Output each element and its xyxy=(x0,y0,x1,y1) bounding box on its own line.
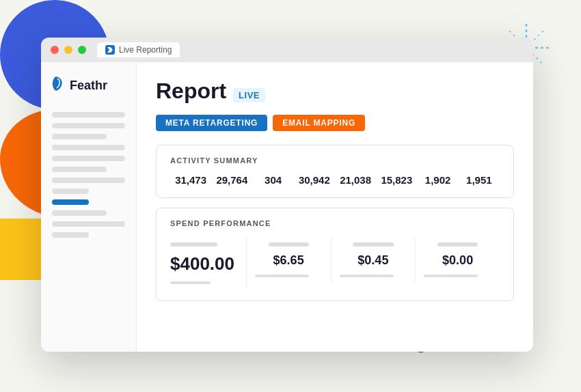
spend-metric-1: $6.65 xyxy=(247,237,332,283)
tab-label: Live Reporting xyxy=(119,45,172,55)
meta-retargeting-button[interactable]: META RETARGETING xyxy=(156,115,267,131)
activity-value-4: 21,038 xyxy=(340,174,371,186)
browser-titlebar: Live Reporting xyxy=(41,38,533,62)
browser-tab[interactable]: Live Reporting xyxy=(97,42,180,57)
browser-window: Live Reporting Feathr xyxy=(41,38,533,352)
dot-green xyxy=(78,46,86,54)
report-title: Report xyxy=(156,79,226,104)
spend-value-1: $6.65 xyxy=(273,253,304,267)
spend-performance-label: SPEND PERFORMANCE xyxy=(170,219,500,227)
sidebar-line-6 xyxy=(52,167,107,172)
spend-value-3: $0.00 xyxy=(442,253,473,267)
activity-value-3: 30,942 xyxy=(299,174,330,186)
sidebar-line-10 xyxy=(52,210,107,216)
activity-value-2: 304 xyxy=(265,174,282,186)
sidebar-line-1 xyxy=(52,112,125,117)
email-mapping-button[interactable]: EMAIL MAPPING xyxy=(273,115,365,131)
activity-metric-7: 1,951 xyxy=(459,174,500,186)
sidebar-line-4 xyxy=(52,145,125,150)
spend-metric-0: $400.00 xyxy=(170,237,247,290)
activity-value-0: 31,473 xyxy=(175,174,206,186)
activity-metric-4: 21,038 xyxy=(335,174,376,186)
browser-content: Feathr Report LIVE xyxy=(41,62,533,352)
sidebar-line-3 xyxy=(52,134,107,139)
sidebar-line-8 xyxy=(52,188,89,194)
spend-underline-2 xyxy=(340,275,394,277)
activity-metric-0: 31,473 xyxy=(170,174,211,186)
report-area: Report LIVE META RETARGETING EMAIL MAPPI… xyxy=(137,62,533,352)
spend-sublabel-3 xyxy=(437,242,478,247)
spend-value-2: $0.45 xyxy=(357,253,388,267)
spend-sublabel-2 xyxy=(353,242,393,247)
sidebar-nav-lines xyxy=(52,112,125,238)
activity-metrics-row: 31,473 29,764 304 30,942 21,038 xyxy=(170,174,500,186)
logo-text: Feathr xyxy=(70,79,107,93)
activity-metric-6: 1,902 xyxy=(418,174,459,186)
spend-underline-1 xyxy=(255,275,309,277)
dot-red xyxy=(51,46,59,54)
activity-metric-2: 304 xyxy=(253,174,294,186)
activity-summary-card: ACTIVITY SUMMARY 31,473 29,764 304 30,94… xyxy=(156,145,514,198)
tag-buttons: META RETARGETING EMAIL MAPPING xyxy=(156,115,514,131)
dot-yellow xyxy=(64,46,72,54)
activity-metric-5: 15,823 xyxy=(376,174,417,186)
tab-icon xyxy=(105,45,115,55)
sidebar-line-2 xyxy=(52,123,125,128)
spend-metric-3: $0.00 xyxy=(416,237,500,283)
report-header: Report LIVE xyxy=(156,79,514,104)
spend-metric-2: $0.45 xyxy=(332,237,416,283)
spend-metrics-row: $400.00 $6.65 $0.45 xyxy=(170,237,500,290)
spend-sublabel-1 xyxy=(269,242,309,247)
tab-icon-shape xyxy=(107,47,113,53)
sidebar-line-12 xyxy=(52,232,89,238)
feathr-logo-icon xyxy=(52,76,66,96)
sidebar-line-accent xyxy=(52,199,89,205)
sidebar-logo: Feathr xyxy=(52,76,125,96)
activity-value-6: 1,902 xyxy=(425,174,451,186)
spend-underline-3 xyxy=(424,275,478,277)
sidebar: Feathr xyxy=(41,62,137,352)
spend-value-0: $400.00 xyxy=(170,253,234,274)
activity-metric-3: 30,942 xyxy=(294,174,335,186)
spend-sublabel-0 xyxy=(170,242,217,247)
activity-summary-label: ACTIVITY SUMMARY xyxy=(170,156,500,165)
sidebar-line-7 xyxy=(52,178,125,183)
live-badge: LIVE xyxy=(233,88,265,102)
spend-underline-0 xyxy=(170,281,211,284)
activity-value-1: 29,764 xyxy=(216,174,247,186)
activity-metric-1: 29,764 xyxy=(211,174,252,186)
activity-value-7: 1,951 xyxy=(466,174,492,186)
activity-value-5: 15,823 xyxy=(381,174,412,186)
sidebar-line-5 xyxy=(52,156,125,161)
sidebar-line-11 xyxy=(52,221,125,227)
spend-performance-card: SPEND PERFORMANCE $400.00 $6.65 $0. xyxy=(156,208,514,301)
